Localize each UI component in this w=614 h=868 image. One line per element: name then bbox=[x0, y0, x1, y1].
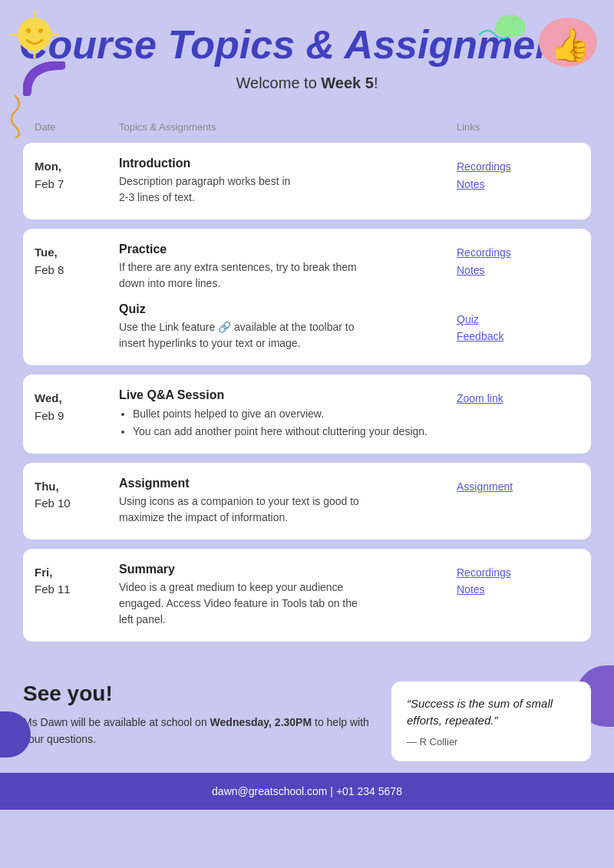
date-line1: Wed, bbox=[35, 391, 62, 404]
date-cell: Wed, Feb 9 bbox=[35, 388, 119, 440]
link-group: Zoom link bbox=[457, 390, 579, 407]
notes-link[interactable]: Notes bbox=[457, 176, 579, 193]
subtitle-post: ! bbox=[374, 74, 378, 91]
date-line2: Feb 8 bbox=[35, 263, 64, 276]
date-line1: Thu, bbox=[35, 480, 59, 493]
col-topics: Topics & Assignments bbox=[119, 121, 457, 133]
links-cell: Zoom link bbox=[457, 388, 579, 440]
date-line2: Feb 9 bbox=[35, 409, 64, 422]
content-cell: Introduction Description paragraph works… bbox=[119, 157, 457, 206]
table-row: Wed, Feb 9 Live Q&A Session Bullet point… bbox=[23, 375, 591, 454]
topic-title: Practice bbox=[119, 243, 449, 256]
date-line2: Feb 10 bbox=[35, 497, 71, 510]
topic-desc: Using icons as a companion to your text … bbox=[119, 493, 449, 526]
quote-block: “Success is the sum of small efforts, re… bbox=[391, 682, 591, 761]
col-date: Date bbox=[35, 121, 119, 133]
topic-section: Summary Video is a great medium to keep … bbox=[119, 563, 449, 628]
thumbs-up-decoration: 👍 bbox=[533, 12, 602, 73]
link-group: Recordings Notes bbox=[457, 564, 579, 599]
date-cell: Tue, Feb 8 bbox=[35, 243, 119, 351]
quote-text: “Success is the sum of small efforts, re… bbox=[407, 695, 576, 730]
zoom-link[interactable]: Zoom link bbox=[457, 390, 579, 407]
recordings-link[interactable]: Recordings bbox=[457, 244, 579, 261]
arc-decoration bbox=[23, 61, 65, 96]
subtitle-pre: Welcome to bbox=[236, 74, 322, 91]
recordings-link[interactable]: Recordings bbox=[457, 158, 579, 175]
recordings-link[interactable]: Recordings bbox=[457, 564, 579, 581]
date-line2: Feb 7 bbox=[35, 177, 64, 190]
svg-point-0 bbox=[18, 18, 51, 51]
svg-point-1 bbox=[26, 28, 31, 33]
table-row: Tue, Feb 8 Practice If there are any ext… bbox=[23, 229, 591, 365]
table-row: Fri, Feb 11 Summary Video is a great med… bbox=[23, 549, 591, 642]
desc-bold: Wednesday, 2.30PM bbox=[210, 716, 312, 728]
date-line1: Fri, bbox=[35, 566, 52, 579]
table-container: Date Topics & Assignments Links Mon, Feb… bbox=[0, 115, 614, 666]
date-cell: Thu, Feb 10 bbox=[35, 477, 119, 526]
links-cell: Recordings Notes bbox=[457, 157, 579, 206]
topic-section: Introduction Description paragraph works… bbox=[119, 157, 449, 206]
topic-title: Quiz bbox=[119, 302, 449, 316]
date-cell: Mon, Feb 7 bbox=[35, 157, 119, 206]
assignment-link[interactable]: Assignment bbox=[457, 478, 579, 495]
table-row: Mon, Feb 7 Introduction Description para… bbox=[23, 143, 591, 219]
topic-title: Live Q&A Session bbox=[119, 388, 449, 402]
bullet-item: You can add another point here without c… bbox=[133, 423, 449, 440]
date-line2: Feb 11 bbox=[35, 583, 71, 596]
topic-section: Assignment Using icons as a companion to… bbox=[119, 477, 449, 526]
topic-title: Summary bbox=[119, 563, 449, 576]
see-you-title: See you! bbox=[23, 682, 376, 706]
link-group: Assignment bbox=[457, 478, 579, 495]
footer: dawn@greatschool.com | +01 234 5678 bbox=[0, 773, 614, 810]
content-cell: Assignment Using icons as a companion to… bbox=[119, 477, 457, 526]
topic-section: Live Q&A Session Bullet points helped to… bbox=[119, 388, 449, 440]
svg-point-2 bbox=[38, 28, 43, 33]
link-group: Quiz Feedback bbox=[457, 311, 579, 345]
col-links: Links bbox=[457, 121, 579, 133]
notes-link[interactable]: Notes bbox=[457, 262, 579, 279]
feedback-link[interactable]: Feedback bbox=[457, 328, 579, 345]
cloud-decoration bbox=[491, 8, 530, 38]
content-cell: Live Q&A Session Bullet points helped to… bbox=[119, 388, 457, 440]
link-group: Recordings Notes bbox=[457, 244, 579, 279]
content-cell: Practice If there are any extra sentence… bbox=[119, 243, 457, 351]
notes-link[interactable]: Notes bbox=[457, 581, 579, 598]
welcome-subtitle: Welcome to Week 5! bbox=[15, 74, 599, 92]
topic-title: Assignment bbox=[119, 477, 449, 490]
bottom-section: See you! Ms Dawn will be available at sc… bbox=[0, 666, 614, 773]
table-row: Thu, Feb 10 Assignment Using icons as a … bbox=[23, 463, 591, 540]
date-line1: Mon, bbox=[35, 160, 61, 173]
see-you-description: Ms Dawn will be available at school on W… bbox=[23, 714, 376, 748]
content-cell: Summary Video is a great medium to keep … bbox=[119, 563, 457, 628]
topic-desc: Use the Link feature 🔗 available at the … bbox=[119, 319, 449, 351]
squiggle-left-decoration bbox=[4, 92, 27, 141]
date-line1: Tue, bbox=[35, 246, 58, 259]
topic-desc: Bullet points helped to give an overview… bbox=[119, 405, 449, 440]
quote-author: — R Collier bbox=[407, 736, 576, 748]
links-cell: Assignment bbox=[457, 477, 579, 526]
topic-section: Practice If there are any extra sentence… bbox=[119, 243, 449, 292]
topic-desc: Description paragraph works best in2-3 l… bbox=[119, 173, 449, 206]
footer-contact: dawn@greatschool.com | +01 234 5678 bbox=[212, 785, 402, 797]
date-cell: Fri, Feb 11 bbox=[35, 563, 119, 628]
topic-title: Introduction bbox=[119, 157, 449, 170]
header: 👍 Course Topics & Assignments Welcome to… bbox=[0, 0, 614, 115]
see-you-block: See you! Ms Dawn will be available at sc… bbox=[23, 682, 376, 748]
links-cell: Recordings Notes bbox=[457, 563, 579, 628]
subtitle-week: Week 5 bbox=[321, 74, 374, 91]
topic-section: Quiz Use the Link feature 🔗 available at… bbox=[119, 302, 449, 351]
table-header: Date Topics & Assignments Links bbox=[23, 115, 591, 139]
link-group: Recordings Notes bbox=[457, 158, 579, 193]
topic-desc: Video is a great medium to keep your aud… bbox=[119, 579, 449, 628]
sun-decoration bbox=[8, 8, 61, 61]
links-cell: Recordings Notes Quiz Feedback bbox=[457, 243, 579, 351]
bullet-item: Bullet points helped to give an overview… bbox=[133, 405, 449, 422]
quiz-link[interactable]: Quiz bbox=[457, 311, 579, 328]
svg-text:👍: 👍 bbox=[550, 26, 591, 64]
desc-pre: Ms Dawn will be available at school on bbox=[23, 716, 210, 728]
topic-desc: If there are any extra sentences, try to… bbox=[119, 259, 449, 292]
